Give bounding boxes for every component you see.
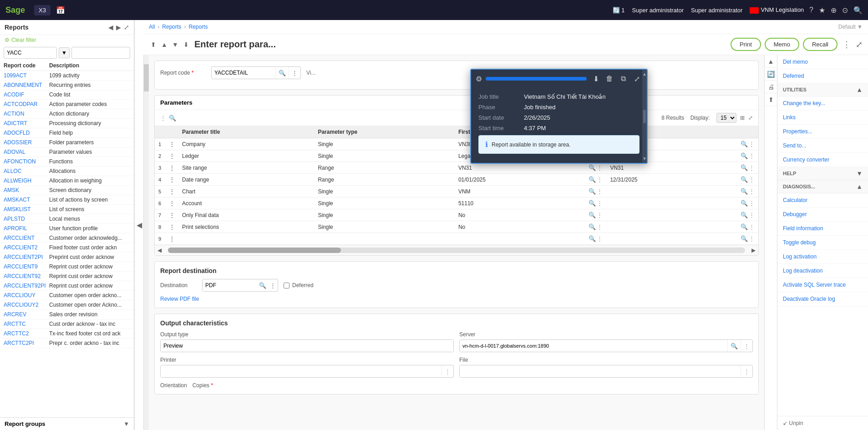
row-final-more-icon[interactable]: ⋮ [749, 152, 755, 159]
home-icon[interactable]: ⊙ [842, 6, 848, 15]
row-search-icon[interactable]: 🔍 [589, 188, 596, 195]
nav-bottom-icon[interactable]: ⬇ [182, 40, 191, 49]
file-input[interactable] [460, 365, 741, 377]
sidebar-collapse-handle[interactable]: ◀ [134, 20, 143, 430]
more-actions-btn[interactable]: ⋮ [841, 40, 852, 50]
log-deactivation-item[interactable]: Log deactivation [777, 264, 868, 278]
right-action-3[interactable]: 🖨 [765, 81, 777, 93]
search-icon[interactable]: 🔍 [853, 6, 863, 15]
report-code-input[interactable] [212, 67, 275, 79]
list-item[interactable]: ALLWEIGHAllocation in weighing [0, 176, 134, 186]
row-search-icon[interactable]: 🔍 [589, 235, 596, 242]
sidebar-toggle-right[interactable]: ▶ [116, 24, 121, 31]
popup-delete-icon[interactable]: 🗑 [604, 73, 615, 84]
list-item[interactable]: APLSTDLocal menus [0, 214, 134, 224]
app-selector[interactable]: X3 [34, 5, 51, 15]
diagnosis-toggle[interactable]: ▲ [856, 183, 863, 190]
list-item[interactable]: AMSKLISTList of screens [0, 205, 134, 214]
expand-table-icon[interactable]: ⤢ [748, 115, 753, 121]
job-popup[interactable]: ⚙ ⬇ 🗑 ⧉ ⤢ Job title Vietnam Số Chi Tiết … [470, 69, 648, 164]
row-more-icon[interactable]: ⋮ [597, 223, 603, 230]
popup-settings-icon[interactable]: ⚙ [476, 75, 482, 83]
list-item[interactable]: ACTCODPARAction parameter codes [0, 100, 134, 109]
row-search-icon[interactable]: 🔍 [589, 223, 596, 230]
list-item[interactable]: ACTIONAction dictionary [0, 109, 134, 119]
sidebar-toggle-left[interactable]: ◀ [108, 24, 113, 31]
history-icon[interactable]: ⊕ [831, 6, 837, 15]
popup-copy-icon[interactable]: ⧉ [618, 73, 629, 84]
row-final-search-icon[interactable]: 🔍 [741, 164, 748, 171]
toggle-debug-item[interactable]: Toggle debug [777, 236, 868, 250]
breadcrumb-all[interactable]: All [149, 24, 155, 30]
report-code-more-icon[interactable]: ⋮ [289, 67, 300, 79]
row-more-icon[interactable]: ⋮ [597, 164, 603, 171]
columns-icon[interactable]: ⊞ [740, 115, 745, 121]
sidebar-groups[interactable]: Report groups ▼ [0, 417, 134, 430]
row-drag-handle[interactable]: ⋮ [166, 150, 178, 162]
row-drag-handle[interactable]: ⋮ [166, 162, 178, 174]
row-final-more-icon[interactable]: ⋮ [749, 141, 755, 147]
list-item[interactable]: ADOCFLDField help [0, 128, 134, 138]
properties-item[interactable]: Properties... [777, 125, 868, 139]
deferred-checkbox[interactable] [284, 283, 289, 288]
list-item[interactable]: ACODIFCode list [0, 90, 134, 100]
server-more-icon[interactable]: ⋮ [741, 340, 752, 352]
row-drag-handle[interactable]: ⋮ [166, 186, 178, 197]
utilities-toggle[interactable]: ▲ [856, 86, 863, 93]
row-final-more-icon[interactable]: ⋮ [749, 223, 755, 230]
list-item[interactable]: ARCCLIENT92Reprint cust order acknow [0, 272, 134, 281]
display-select[interactable]: 15 25 50 [716, 113, 736, 123]
row-final-more-icon[interactable]: ⋮ [749, 176, 755, 183]
list-item[interactable]: AMSKACTList of actions by screen [0, 195, 134, 205]
dest-input[interactable] [203, 279, 257, 291]
list-item[interactable]: ADICTRTProcessing dictionary [0, 119, 134, 128]
change-key-item[interactable]: Change the key... [777, 96, 868, 111]
list-item[interactable]: ALLOCAllocations [0, 167, 134, 176]
row-drag-handle[interactable]: ⋮ [166, 221, 178, 233]
server-input[interactable] [460, 340, 727, 352]
list-item[interactable]: ADOVALParameter values [0, 147, 134, 157]
list-item[interactable]: AFONCTIONFunctions [0, 157, 134, 167]
row-search-icon[interactable]: 🔍 [589, 212, 596, 218]
list-item[interactable]: ARCCLIOUYCustomer open order ackno... [0, 291, 134, 300]
currency-converter-item[interactable]: Currency converter [777, 153, 868, 167]
report-code-filter-input[interactable] [4, 47, 57, 58]
groups-collapse-btn[interactable]: ▼ [123, 420, 129, 427]
print-button[interactable]: Print [731, 38, 761, 51]
popup-scroll-up[interactable]: ▲ [642, 71, 647, 76]
file-more-icon[interactable]: ⋮ [741, 365, 752, 377]
row-final-search-icon[interactable]: 🔍 [741, 223, 748, 230]
row-more-icon[interactable]: ⋮ [597, 235, 603, 242]
printer-more-icon[interactable]: ⋮ [442, 365, 453, 377]
list-item[interactable]: ARCTTCCust order acknow - tax inc [0, 319, 134, 329]
list-item[interactable]: ARCTTC2Tx-inc fixed footer cst ord ack [0, 329, 134, 339]
debugger-item[interactable]: Debugger [777, 207, 868, 222]
list-item[interactable]: ARCCLIENT2Fixed footer cust order ackn [0, 243, 134, 253]
list-item[interactable]: APROFILUser function profile [0, 224, 134, 233]
params-search-icon[interactable]: 🔍 [169, 115, 176, 121]
row-final-search-icon[interactable]: 🔍 [741, 188, 748, 195]
list-item[interactable]: ARCTTC2PIPrepr c. order ackno - tax inc [0, 339, 134, 348]
links-item[interactable]: Links [777, 111, 868, 125]
right-action-2[interactable]: 🔄 [765, 68, 777, 81]
nav-down-icon[interactable]: ▼ [171, 40, 180, 49]
favorites-icon[interactable]: ★ [819, 6, 825, 15]
dest-more-icon[interactable]: ⋮ [268, 282, 278, 289]
calculator-item[interactable]: Calculator [777, 193, 868, 207]
row-more-icon[interactable]: ⋮ [597, 188, 603, 195]
recall-button[interactable]: Recall [803, 38, 838, 51]
nav-top-icon[interactable]: ⬆ [149, 40, 158, 49]
activate-sql-item[interactable]: Activate SQL Server trace [777, 278, 868, 292]
log-activation-item[interactable]: Log activation [777, 250, 868, 264]
filter-funnel-btn[interactable]: ▼ [59, 47, 70, 58]
help-icon[interactable]: ? [809, 6, 813, 14]
popup-expand-icon[interactable]: ⤢ [631, 73, 642, 84]
list-item[interactable]: AMSKScreen dictionary [0, 186, 134, 195]
list-item[interactable]: ADOSSIERFolder parameters [0, 138, 134, 147]
row-final-search-icon[interactable]: 🔍 [741, 152, 748, 159]
list-item[interactable]: ARCCLIENTCustomer order acknowledg... [0, 233, 134, 243]
row-final-search-icon[interactable]: 🔍 [741, 235, 748, 242]
row-more-icon[interactable]: ⋮ [597, 176, 603, 183]
send-to-item[interactable]: Send to... [777, 139, 868, 153]
memo-button[interactable]: Memo [765, 38, 799, 51]
